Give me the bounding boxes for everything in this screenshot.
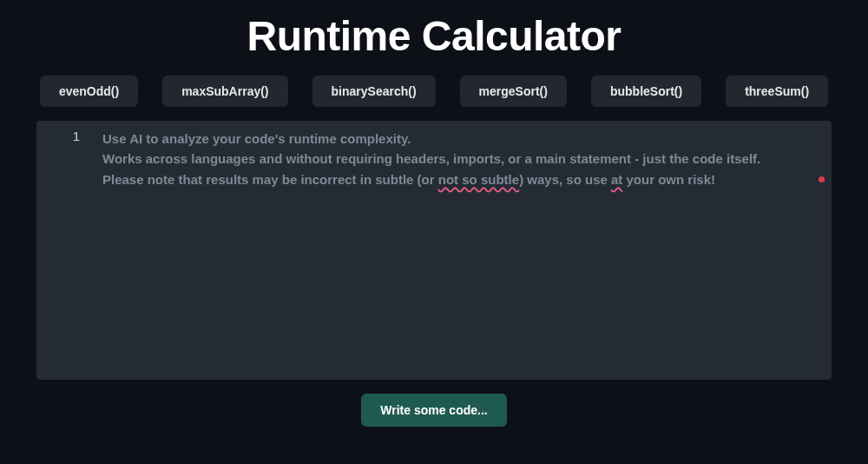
preset-button-mergesort[interactable]: mergeSort() [460, 76, 567, 107]
preset-buttons-row: evenOdd() maxSubArray() binarySearch() m… [0, 76, 868, 121]
editor-line-gutter: 1 [36, 121, 89, 143]
preset-button-maxsubarray[interactable]: maxSubArray() [162, 76, 287, 107]
code-editor[interactable]: 1 Use AI to analyze your code's runtime … [36, 121, 832, 380]
page-title: Runtime Calculator [0, 0, 868, 76]
spellcheck-underline: at [611, 172, 622, 187]
placeholder-line-3: Please note that results may be incorrec… [102, 169, 814, 189]
action-row: Write some code... [0, 380, 868, 427]
preset-button-bubblesort[interactable]: bubbleSort() [591, 76, 701, 107]
line-number: 1 [36, 129, 80, 143]
preset-button-threesum[interactable]: threeSum() [726, 76, 828, 107]
write-code-button[interactable]: Write some code... [361, 394, 506, 427]
placeholder-line-2: Works across languages and without requi… [102, 149, 814, 169]
preset-button-evenodd[interactable]: evenOdd() [40, 76, 138, 107]
error-indicator-icon [819, 176, 825, 182]
spellcheck-underline: not so subtle [438, 172, 519, 187]
preset-button-binarysearch[interactable]: binarySearch() [312, 76, 436, 107]
editor-placeholder-text: Use AI to analyze your code's runtime co… [102, 129, 814, 189]
placeholder-line-1: Use AI to analyze your code's runtime co… [102, 129, 814, 149]
